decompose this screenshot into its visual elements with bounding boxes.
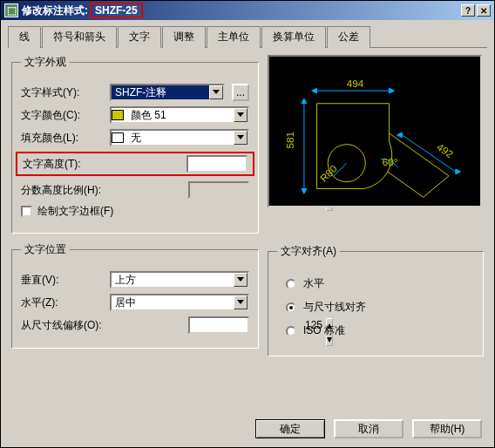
offset-label: 从尺寸线偏移(O):	[21, 318, 105, 333]
align-horizontal-radio[interactable]: 水平	[286, 276, 474, 291]
fraction-height-spinner: ▴▾	[188, 181, 249, 199]
chevron-down-icon[interactable]	[234, 295, 248, 309]
help-icon[interactable]: ?	[461, 4, 475, 17]
radio-icon	[286, 279, 296, 289]
vertical-label: 垂直(V):	[21, 273, 105, 288]
preview-pane: 494 581 R80 60° 492	[268, 55, 482, 207]
dimension-style-dialog: ⬚ 修改标注样式: SHZF-25 ? ✕ 线 符号和箭头 文字 调整 主单位 …	[0, 0, 495, 448]
tab-symbols[interactable]: 符号和箭头	[42, 26, 117, 48]
vertical-combo[interactable]: 上方	[110, 271, 249, 288]
fraction-height-label: 分数高度比例(H):	[21, 183, 105, 198]
text-frame-checkbox[interactable]	[21, 206, 32, 217]
horizontal-label: 水平(Z):	[21, 295, 105, 310]
chevron-down-icon[interactable]	[234, 108, 248, 122]
title-prefix: 修改标注样式:	[22, 3, 88, 18]
dim-angle: 60°	[383, 156, 398, 167]
tab-text[interactable]: 文字	[118, 26, 161, 48]
text-placement-group: 文字位置 垂直(V): 上方 水平(Z): 居中	[11, 242, 259, 349]
tab-primary-units[interactable]: 主单位	[207, 26, 261, 48]
chevron-down-icon[interactable]	[234, 131, 248, 145]
text-alignment-group: 文字对齐(A) 水平 与尺寸线对齐 ISO 标准	[268, 244, 484, 356]
text-frame-label: 绘制文字边框(F)	[37, 204, 113, 219]
radio-icon	[286, 326, 296, 336]
ok-button[interactable]: 确定	[255, 419, 325, 438]
fill-color-label: 填充颜色(L):	[21, 131, 105, 146]
radio-icon	[286, 302, 296, 313]
text-color-combo[interactable]: 颜色 51	[110, 106, 249, 124]
tab-lines[interactable]: 线	[8, 26, 41, 48]
offset-spinner[interactable]: ▴▾	[188, 316, 249, 334]
horizontal-combo[interactable]: 居中	[110, 294, 249, 311]
fill-color-combo[interactable]: 无	[110, 129, 249, 146]
dim-left: 581	[284, 132, 295, 149]
appearance-legend: 文字外观	[21, 55, 70, 70]
alignment-legend: 文字对齐(A)	[277, 244, 340, 259]
text-style-combo[interactable]: SHZF-注释	[110, 84, 225, 101]
chevron-down-icon[interactable]	[209, 85, 223, 99]
text-style-more-button[interactable]: ...	[232, 84, 249, 101]
text-style-label: 文字样式(Y):	[21, 85, 105, 100]
close-icon[interactable]: ✕	[477, 4, 491, 17]
placement-legend: 文字位置	[21, 242, 70, 257]
text-height-spinner[interactable]: ▴▾	[186, 155, 248, 173]
dim-radius: R80	[318, 162, 340, 184]
app-icon: ⬚	[4, 3, 18, 17]
tab-bar: 线 符号和箭头 文字 调整 主单位 换算单位 公差	[8, 25, 487, 48]
align-dimline-radio[interactable]: 与尺寸线对齐	[286, 300, 474, 315]
title-style-name: SHZF-25	[90, 3, 143, 18]
text-color-label: 文字颜色(C):	[21, 108, 105, 123]
titlebar: ⬚ 修改标注样式: SHZF-25 ? ✕	[1, 1, 494, 20]
help-button[interactable]: 帮助(H)	[412, 419, 482, 438]
tab-fit[interactable]: 调整	[162, 26, 206, 48]
none-swatch-icon	[112, 132, 124, 143]
dim-top: 494	[347, 78, 364, 89]
align-iso-radio[interactable]: ISO 标准	[286, 323, 474, 338]
text-height-label: 文字高度(T):	[23, 157, 106, 172]
chevron-down-icon[interactable]	[234, 273, 248, 287]
color-swatch-icon	[112, 110, 124, 120]
cancel-button[interactable]: 取消	[334, 419, 403, 438]
tab-tolerances[interactable]: 公差	[327, 26, 370, 48]
text-appearance-group: 文字外观 文字样式(Y): SHZF-注释 ... 文字颜色(C):	[11, 55, 259, 234]
dim-diag: 492	[435, 141, 455, 160]
tab-alt-units[interactable]: 换算单位	[261, 26, 326, 48]
